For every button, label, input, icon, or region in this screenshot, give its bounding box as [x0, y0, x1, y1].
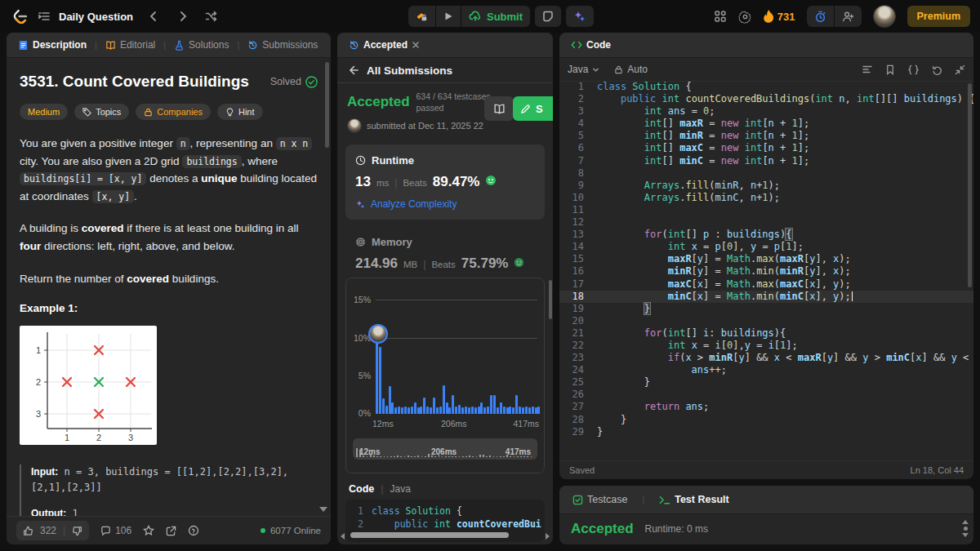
preview-scrollbar[interactable] [350, 532, 509, 538]
code-line[interactable]: 23 if(x > minR[y] && x < maxR[y] && y > … [559, 352, 973, 364]
runtime-card[interactable]: Runtime 13 ms | Beats 89.47% Analyze Com… [345, 144, 545, 220]
post-solution-button[interactable]: S [513, 96, 553, 121]
histogram-bar[interactable] [471, 407, 474, 414]
histogram-bar[interactable] [537, 407, 540, 414]
close-tab-icon[interactable] [412, 41, 420, 49]
comments-widget[interactable]: 106 [100, 525, 131, 536]
histogram-bar[interactable] [461, 407, 464, 414]
left-panel-scrollbar[interactable] [325, 62, 329, 148]
code-line[interactable]: 24 ans++; [559, 364, 973, 376]
histogram-bar[interactable] [474, 407, 477, 414]
histogram-bar[interactable] [478, 407, 480, 414]
undo-icon[interactable] [932, 64, 942, 75]
histogram-bar[interactable] [446, 402, 448, 414]
code-line[interactable]: 16 minR[y] = Math.min(minR[y], x); [559, 265, 973, 278]
histogram-bar[interactable] [458, 405, 461, 414]
histogram-bar[interactable] [487, 407, 489, 414]
histogram-bar[interactable] [398, 407, 400, 414]
histogram-bar[interactable] [439, 407, 442, 414]
bookmark-icon[interactable] [885, 64, 895, 75]
histogram-bar[interactable] [389, 386, 391, 414]
code-line[interactable]: 9 Arrays.fill(minR, n+1); [559, 180, 973, 192]
histogram-bar[interactable] [401, 407, 403, 414]
daily-question-link[interactable]: Daily Question [59, 11, 133, 23]
histogram-bar[interactable] [465, 407, 467, 414]
collapse-icon[interactable] [955, 64, 965, 75]
streak-counter[interactable]: 731 [764, 10, 795, 23]
share-icon[interactable] [166, 526, 176, 536]
code-line[interactable]: 11 [559, 204, 973, 216]
histogram-bar[interactable] [493, 395, 496, 414]
premium-button[interactable]: Premium [907, 6, 971, 27]
code-line[interactable]: 28 } [559, 414, 973, 426]
notes-button[interactable] [535, 6, 561, 27]
code-line[interactable]: 13 for(int[] p : buildings){ [559, 229, 973, 241]
code-line[interactable]: 12 [559, 216, 973, 229]
histogram-bar[interactable] [436, 407, 439, 414]
histogram-bar[interactable] [382, 398, 385, 414]
format-code-icon[interactable] [862, 64, 873, 75]
all-submissions-back[interactable]: All Submissions [337, 58, 553, 83]
histogram-bar[interactable] [411, 407, 413, 414]
histogram-bar[interactable] [385, 406, 388, 414]
language-selector[interactable]: Java [568, 64, 599, 75]
timer-button[interactable] [807, 6, 834, 27]
histogram-bar[interactable] [528, 407, 531, 414]
code-line[interactable]: 21 for(int[] i: buildings){ [559, 327, 973, 340]
star-icon[interactable] [143, 525, 154, 536]
debug-button[interactable] [408, 6, 435, 27]
editorial-book-button[interactable] [484, 96, 514, 121]
submit-button[interactable]: Submit [461, 6, 530, 27]
chart-brush[interactable]: 12ms 206ms 417ms [353, 438, 537, 460]
code-line[interactable]: 1class Solution { [559, 81, 973, 93]
scroll-left-arrow[interactable] [341, 533, 345, 540]
histogram-bar[interactable] [379, 347, 381, 414]
code-line[interactable]: 20 [559, 315, 973, 327]
histogram-bar[interactable] [408, 407, 410, 414]
histogram-bar[interactable] [515, 395, 518, 414]
histogram-bar[interactable] [423, 398, 425, 415]
code-line[interactable]: 25 } [559, 376, 973, 389]
apps-grid-icon[interactable] [714, 10, 727, 23]
code-line[interactable]: 10 Arrays.fill(minC, n+1); [559, 192, 973, 204]
histogram-bar[interactable] [509, 407, 511, 414]
scroll-down-arrow[interactable] [319, 507, 327, 512]
code-line[interactable]: 7 int[] minC = new int[n + 1]; [559, 155, 973, 167]
code-line[interactable]: 27 return ans; [559, 401, 973, 413]
tab-submissions[interactable]: Submissions [244, 39, 321, 51]
histogram-bar[interactable] [480, 402, 483, 414]
tab-code[interactable]: Code [568, 39, 614, 51]
code-line[interactable]: 8 [559, 167, 973, 180]
testcase-scroll-widget[interactable] [962, 520, 969, 537]
help-icon[interactable] [188, 525, 199, 536]
code-editor[interactable]: 1class Solution {2 public int countCover… [559, 81, 973, 461]
code-line[interactable]: 17 maxC[x] = Math.max(maxC[x], y); [559, 278, 973, 291]
tab-testcase[interactable]: Testcase [569, 494, 630, 505]
histogram-bar[interactable] [506, 407, 509, 414]
histogram-bar[interactable] [414, 402, 416, 414]
histogram-bar[interactable] [535, 407, 537, 414]
shuffle-icon[interactable] [205, 10, 218, 23]
tab-accepted-submission[interactable]: Accepted [345, 39, 423, 51]
topics-badge[interactable]: Topics [74, 104, 129, 120]
histogram-bar[interactable] [500, 402, 502, 414]
memory-section[interactable]: Memory 214.96 MB | Beats 75.79% [355, 236, 535, 272]
code-line[interactable]: 26 [559, 389, 973, 401]
submitted-code-preview[interactable]: 1class Solution { 2 public int countCove… [345, 500, 545, 542]
histogram-bar[interactable] [455, 407, 457, 414]
histogram-bar[interactable] [404, 407, 407, 414]
next-question-icon[interactable] [177, 11, 189, 22]
histogram-bar[interactable] [417, 407, 420, 414]
code-line[interactable]: 4 int[] maxR = new int[n + 1]; [559, 118, 973, 130]
tab-description[interactable]: Description [15, 39, 90, 51]
histogram-bar[interactable] [483, 407, 486, 414]
code-line[interactable]: 6 int[] maxC = new int[n + 1]; [559, 142, 973, 154]
leetcode-logo[interactable] [11, 7, 29, 25]
tab-solutions[interactable]: Solutions [171, 39, 232, 51]
auto-mode-toggle[interactable]: Auto [614, 64, 648, 75]
code-line[interactable]: 5 int[] minR = new int[n + 1]; [559, 130, 973, 142]
histogram-bar[interactable] [532, 407, 534, 414]
hint-badge[interactable]: Hint [217, 104, 263, 120]
braces-icon[interactable] [907, 64, 920, 75]
histogram-bar[interactable] [497, 407, 499, 414]
